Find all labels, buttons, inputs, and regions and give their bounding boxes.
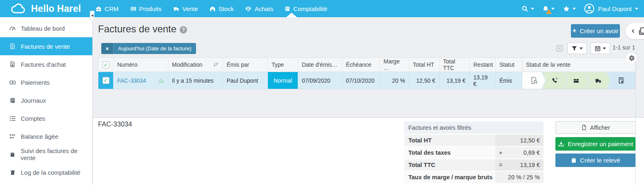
user-menu[interactable]: Paul Dupont: [584, 3, 638, 14]
cell-marge: 20 %: [380, 72, 409, 89]
pagination-count: 1-1 sur 1: [613, 44, 635, 51]
nav-item-stock[interactable]: Stock: [209, 0, 234, 17]
navbar-right: Paul Dupont: [521, 0, 638, 17]
col-header-numero[interactable]: Numéro: [114, 57, 168, 72]
documents-icon: [638, 27, 644, 36]
nav-label: Vente: [183, 5, 198, 12]
star-icon: [563, 5, 570, 12]
header-label: Statut: [499, 61, 515, 68]
col-header-statut-vente[interactable]: Statut de la vente: [522, 57, 635, 72]
header-label: Total TTC: [443, 58, 466, 71]
notifications-menu[interactable]: [542, 5, 555, 12]
sidebar-item-factures-achat[interactable]: Factures d'achat: [0, 55, 92, 73]
sidebar-item-suivi-factures[interactable]: Suivi des factures de vente: [0, 145, 92, 163]
invoice-doc-icon: [618, 77, 624, 84]
sidebar: Tableau de bord Factures de vente Factur…: [0, 17, 93, 185]
nav-item-vente[interactable]: Vente: [173, 0, 198, 17]
col-header-modification[interactable]: Modification: [168, 57, 223, 72]
cloud-logo-icon: [11, 3, 26, 14]
col-header-type[interactable]: Type: [268, 57, 298, 72]
active-filter-chip[interactable]: × Aujourd'hui (Date de la facture): [101, 43, 196, 54]
button-label: Afficher: [590, 124, 610, 131]
summary-row: Total TTC = 13,19 €: [404, 159, 544, 171]
gauge-icon: [9, 25, 16, 32]
pipeline-step-invoice[interactable]: [607, 72, 635, 89]
cell-statut-vente: [522, 72, 635, 89]
create-statement-button[interactable]: Créer le relevé: [555, 153, 636, 167]
nav-item-crm[interactable]: CRM: [96, 0, 118, 17]
sidebar-item-paiements[interactable]: Paiements: [0, 73, 92, 91]
col-header-statut[interactable]: Statut: [496, 57, 522, 72]
row-checkbox[interactable]: ✓: [103, 77, 109, 84]
page-title-row: Factures de vente ?: [98, 23, 187, 35]
pipeline-step-package[interactable]: [564, 72, 588, 89]
bell-icon: [542, 5, 549, 12]
header-label: Marge …: [383, 58, 405, 71]
search-menu[interactable]: [521, 5, 534, 12]
col-header-marge[interactable]: Marge …: [380, 57, 409, 72]
chevron-left-icon: [631, 28, 635, 34]
pipeline-step-call[interactable]: [542, 72, 567, 89]
download-icon: [558, 141, 564, 147]
remove-filter-icon[interactable]: ×: [101, 43, 114, 54]
brand[interactable]: Hello Harel: [0, 3, 81, 14]
clipboard-icon: [9, 151, 16, 158]
clear-selection-icon[interactable]: [556, 45, 563, 52]
nav-item-produits[interactable]: Produits: [130, 0, 162, 17]
cell-modification: Il y a 15 minutes: [168, 72, 223, 89]
sidebar-item-factures-de-vente[interactable]: Factures de vente: [0, 37, 92, 55]
cell-echeance: 07/10/2020: [342, 72, 380, 89]
cell-numero: FAC-33034: [114, 72, 168, 89]
create-credit-note-button[interactable]: + Créer un avoir: [571, 24, 620, 38]
file-icon: [581, 124, 587, 131]
type-badge: Normal: [268, 72, 298, 89]
sidebar-item-label: Balance âgée: [21, 133, 58, 140]
col-header-restant[interactable]: Restant: [470, 57, 496, 72]
summary-label: Total HT: [404, 135, 495, 146]
invoice-link[interactable]: FAC-33034: [117, 77, 146, 84]
clipboard-icon: [571, 157, 577, 163]
col-header-total-ttc[interactable]: Total TTC: [439, 57, 470, 72]
summary-header: Factures et avoirs filtrés: [404, 122, 544, 134]
list-icon: [9, 115, 16, 122]
col-header-total-ht[interactable]: Total HT: [409, 57, 439, 72]
help-icon[interactable]: ?: [180, 26, 187, 34]
col-header-echeance[interactable]: Échéance: [342, 57, 380, 72]
ledger-icon: [285, 6, 290, 12]
nav-label: Stock: [218, 5, 234, 12]
cell-emis-par: Paul Dupont: [223, 72, 268, 89]
inbox-icon[interactable]: [158, 77, 164, 83]
right-panel-toggle[interactable]: [626, 23, 644, 39]
select-all-checkbox[interactable]: ✓: [103, 61, 109, 68]
sidebar-item-journaux[interactable]: Journaux: [0, 91, 92, 109]
register-payment-button[interactable]: Enregistrer un paiement: [555, 137, 636, 151]
cell-total-ht: 12,50 €: [409, 72, 439, 89]
nav-label: CRM: [105, 5, 118, 12]
summary-row: Taux de marge / marque bruts 20 % / 25 %: [404, 171, 544, 183]
summary-value: 13,19 €: [506, 159, 544, 171]
briefcase-icon: [96, 6, 102, 12]
nav-label: Produits: [139, 5, 162, 12]
col-header-date-emission[interactable]: Date d'émis…: [298, 57, 342, 72]
sidebar-item-comptes[interactable]: Comptes: [0, 109, 92, 127]
table-settings-gear-icon[interactable]: [626, 52, 637, 63]
summary-value: 0,69 €: [506, 147, 544, 158]
header-label: Total HT: [413, 61, 434, 68]
pipeline-step-quote[interactable]: [522, 72, 545, 89]
chevron-down-icon: [603, 47, 606, 50]
sidebar-item-balance-agee[interactable]: Balance âgée: [0, 127, 92, 145]
pipeline-step-delivery[interactable]: [586, 72, 610, 89]
show-invoice-button[interactable]: Afficher: [555, 121, 636, 134]
calendar-button[interactable]: [591, 43, 610, 54]
row-select-cell: ✓: [98, 72, 114, 89]
summary-label: Taux de marge / marque bruts: [404, 171, 495, 183]
col-header-emis-par[interactable]: Émis par: [223, 57, 268, 72]
sidebar-item-log-comptabilite[interactable]: Log de la comptabilité: [0, 163, 92, 181]
sidebar-item-tableau-de-bord[interactable]: Tableau de bord: [0, 19, 92, 37]
header-label: Modification: [172, 61, 203, 68]
user-avatar-icon: [584, 3, 595, 14]
log-icon: [9, 169, 16, 176]
favorites-menu[interactable]: [563, 5, 576, 12]
filter-button[interactable]: [567, 43, 587, 54]
nav-item-achats[interactable]: Achats: [245, 0, 273, 17]
